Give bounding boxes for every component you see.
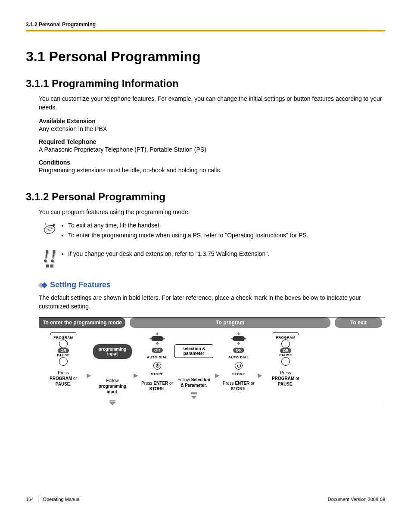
store-label: STORE — [151, 372, 164, 376]
setting-features-heading: Setting Features — [50, 280, 111, 289]
or-label: OR — [152, 348, 163, 353]
intro-3-1-2: You can program features using the progr… — [39, 208, 385, 217]
arrow-right-icon: ▶ — [85, 372, 93, 379]
program-button-icon — [281, 339, 290, 348]
arrow-down-icon — [191, 392, 197, 399]
available-extension-heading: Available Extension — [39, 118, 385, 124]
selection-parameter-box: selection & parameter — [174, 344, 213, 358]
conditions-heading: Conditions — [39, 159, 385, 166]
store-label: STORE — [232, 372, 245, 376]
autodial-label: AUTO DIAL — [147, 355, 168, 359]
enter-button-icon — [151, 332, 163, 345]
caption-follow-selection: Follow Selection & Parameter. — [177, 377, 211, 388]
store-button-icon: ⏻ — [235, 362, 243, 370]
conditions-text: Programming extensions must be idle, on-… — [39, 167, 385, 174]
pause-button-icon — [59, 357, 68, 366]
programming-input-pill: programming input — [93, 344, 132, 359]
arrow-down-icon — [109, 399, 115, 406]
autodial-label: AUTO DIAL — [228, 355, 249, 359]
section-title-3-1: 3.1 Personal Programming — [26, 49, 385, 65]
section-title-3-1-2: 3.1.2 Personal Programming — [26, 191, 385, 203]
pause-button-icon — [281, 357, 290, 366]
caption-follow-input: Follow programming input. — [95, 378, 130, 395]
note-item: If you change your desk and extension, r… — [68, 249, 385, 258]
enter-button-icon — [233, 332, 245, 345]
or-label: OR — [233, 348, 244, 353]
diamond-bullet-icon — [39, 283, 47, 287]
available-extension-text: Any extension in the PBX — [39, 125, 385, 132]
svg-point-1 — [45, 224, 47, 225]
document-version: Document Version 2008-09 — [328, 497, 385, 502]
note-item: To exit at any time, lift the handset. — [68, 221, 385, 230]
arrow-right-icon: ▶ — [256, 372, 264, 379]
arrow-right-icon: ▶ — [132, 372, 140, 379]
diagram-header-enter: To enter the programming mode — [39, 317, 125, 328]
page-number: 164 — [26, 497, 34, 502]
note-block-2: !! If you change your desk and extension… — [39, 249, 385, 268]
pause-label: PAUSE — [279, 353, 292, 357]
important-icon: !! — [39, 249, 60, 268]
pause-label: PAUSE — [57, 353, 69, 357]
setting-features-intro: The default settings are shown in bold l… — [39, 294, 385, 311]
manual-title: Operating Manual — [43, 497, 80, 502]
arrow-right-icon: ▶ — [213, 372, 221, 379]
store-button-icon: ⏻ — [153, 362, 161, 370]
required-telephone-heading: Required Telephone — [39, 138, 385, 145]
diagram-header-exit: To exit — [335, 317, 382, 328]
program-button-icon — [59, 339, 68, 348]
procedure-diagram: To enter the programming mode To program… — [39, 317, 385, 410]
note-block-1: To exit at any time, lift the handset. T… — [39, 221, 385, 241]
or-label: OR — [58, 348, 69, 353]
intro-3-1-1: You can customize your telephone feature… — [39, 95, 385, 112]
caption-press-enter: Press ENTER or STORE. — [140, 380, 174, 392]
diagram-header-program: To program — [130, 317, 330, 328]
page-header: 3.1.2 Personal Programming — [26, 22, 385, 31]
caption-press-enter-2: Press ENTER or STORE. — [221, 380, 256, 392]
caption-press-program: Press PROGRAM or PAUSE. — [46, 370, 81, 387]
or-label: OR — [280, 348, 291, 353]
section-title-3-1-1: 3.1.1 Programming Information — [26, 78, 385, 90]
note-icon — [39, 221, 60, 238]
note-item: To enter the programming mode when using… — [68, 231, 385, 240]
page-footer: 164 Operating Manual Document Version 20… — [26, 495, 385, 503]
program-label: PROGRAM — [53, 336, 73, 339]
required-telephone-text: A Panasonic Proprietary Telephone (PT), … — [39, 146, 385, 153]
program-label: PROGRAM — [276, 336, 295, 339]
caption-press-program-exit: Press PROGRAM or PAUSE. — [268, 370, 303, 387]
